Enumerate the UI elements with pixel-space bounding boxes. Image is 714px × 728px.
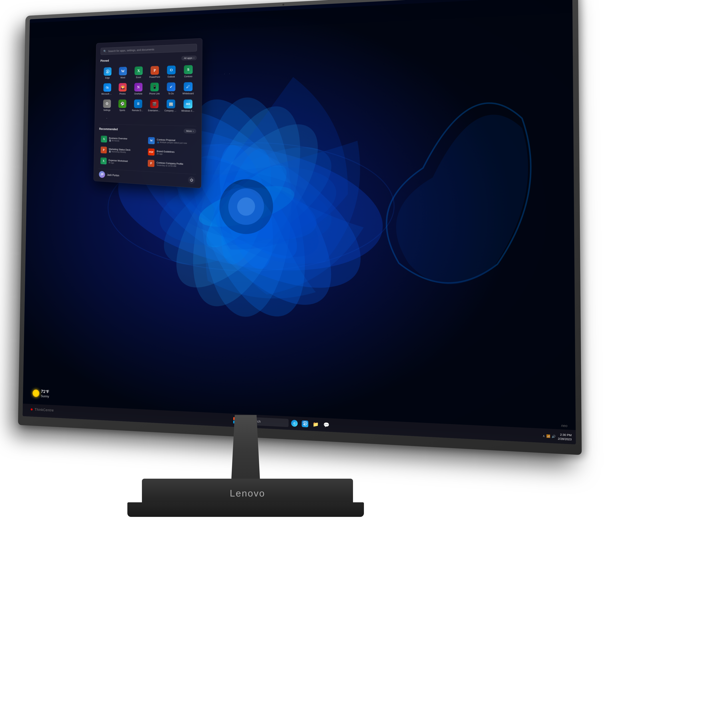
rec-contoso-proposal[interactable]: W Contoso Proposal 👥 Multiple people edi… bbox=[146, 134, 195, 144]
start-search-bar[interactable]: 🔍 Search for apps, settings, and documen… bbox=[100, 44, 196, 55]
user-bar: JP Jack Purton ⏻ bbox=[99, 168, 195, 180]
app-whiteboard[interactable]: 🖊 Whiteboard bbox=[179, 80, 196, 95]
app-settings-label: Settings bbox=[104, 108, 111, 111]
word-icon: W bbox=[119, 67, 127, 75]
rec-marketing-meta: 📄 Marketing Weekly bbox=[109, 150, 144, 152]
remotedesktop-icon: 🖥 bbox=[135, 99, 142, 107]
tray-chevron-icon[interactable]: ∧ bbox=[543, 434, 545, 438]
all-apps-arrow: › bbox=[193, 56, 194, 59]
camera bbox=[282, 4, 284, 6]
app-excel[interactable]: X Excel bbox=[131, 64, 147, 80]
phonelink-icon: 📱 bbox=[150, 82, 159, 91]
rec-contoso-text: Contoso Proposal 👥 Multiple people edite… bbox=[157, 137, 193, 142]
rec-ppt-icon-1: P bbox=[101, 146, 107, 153]
app-outlook-label: Outlook bbox=[167, 75, 175, 78]
whiteboard-icon: 🖊 bbox=[183, 81, 192, 90]
all-apps-button[interactable]: All apps › bbox=[181, 56, 196, 60]
screen-bezel: 71°F Sunny 🔍 Search for apps, settings, … bbox=[22, 0, 576, 444]
monitor-body: 71°F Sunny 🔍 Search for apps, settings, … bbox=[18, 0, 582, 455]
rec-marketing-text: Marketing Status Deck 📄 Marketing Weekly bbox=[109, 147, 144, 153]
search-placeholder: Search for apps, settings, and documents bbox=[108, 48, 154, 53]
taskbar-fileexplorer[interactable]: 📁 bbox=[311, 419, 320, 429]
app-entertainment[interactable]: 🎬 Entertainment bbox=[147, 97, 162, 112]
clock[interactable]: 2:30 PM 2/28/2023 bbox=[558, 432, 572, 441]
rec-contoso-profile-text: Contoso Company Profile Yesterday at 10:… bbox=[157, 159, 193, 164]
lenovo-dot bbox=[31, 408, 33, 410]
app-edge[interactable]: Edge bbox=[100, 65, 116, 81]
app-msstore-label: Microsoft Store bbox=[102, 93, 113, 95]
msstore-icon: 🛍 bbox=[104, 83, 111, 92]
app-photos-label: Photos bbox=[120, 92, 126, 95]
user-info[interactable]: JP Jack Purton bbox=[99, 170, 120, 177]
app-phonelink[interactable]: 📱 Phone Link bbox=[147, 80, 163, 96]
photos-icon: 🌄 bbox=[119, 83, 127, 92]
app-onenote-label: OneNote bbox=[135, 92, 143, 95]
user-avatar: JP bbox=[99, 170, 105, 177]
tray-wifi-icon: 📶 bbox=[546, 434, 550, 438]
weather-condition: Sunny bbox=[41, 394, 49, 398]
app-onenote[interactable]: N OneNote bbox=[131, 81, 147, 96]
tray-icons: ∧ 📶 🔊 bbox=[543, 434, 556, 438]
app-remotedesktop-label: Remote Desktop bbox=[132, 108, 144, 111]
taskbar-edge[interactable] bbox=[300, 419, 310, 429]
app-todo-label: To Do bbox=[168, 92, 174, 94]
rec-expense-worksheet[interactable]: X Expense Worksheet 4h ago bbox=[99, 155, 146, 166]
weather-widget: 71°F Sunny bbox=[33, 388, 49, 398]
user-name: Jack Purton bbox=[108, 173, 120, 176]
clock-date: 2/28/2023 bbox=[558, 437, 572, 441]
user-initials: JP bbox=[101, 172, 104, 175]
powerpoint-icon: P bbox=[151, 66, 159, 74]
app-contoso-label: Contoso bbox=[184, 74, 192, 77]
pinned-section-header: Pinned All apps › bbox=[100, 56, 196, 63]
app-word[interactable]: W Word bbox=[116, 65, 131, 80]
more-button[interactable]: More › bbox=[183, 126, 195, 131]
power-icon: ⏻ bbox=[189, 174, 192, 178]
all-apps-label: All apps bbox=[183, 56, 192, 59]
taskbar-cortana[interactable]: C bbox=[290, 418, 299, 428]
rec-word-icon-1: W bbox=[148, 135, 155, 142]
rec-business-meta: 📄 All Hands bbox=[110, 139, 144, 141]
rec-business-overview[interactable]: X Business Overview 📄 All Hands bbox=[99, 134, 146, 144]
companyportal-icon: 🏢 bbox=[166, 98, 175, 107]
stand-foot bbox=[128, 502, 364, 517]
onenote-icon: N bbox=[135, 83, 143, 91]
app-powerpoint[interactable]: P PowerPoint bbox=[147, 64, 163, 80]
search-icon: 🔍 bbox=[104, 50, 106, 53]
recommended-label: Recommended bbox=[99, 127, 118, 130]
app-contoso[interactable]: S Contoso bbox=[179, 63, 196, 79]
app-settings[interactable]: ⚙ Settings bbox=[100, 98, 115, 113]
edge-icon bbox=[104, 67, 112, 76]
rec-brand-text: Brand Guidelines 2h ago bbox=[157, 148, 193, 153]
app-remotedesktop[interactable]: 🖥 Remote Desktop bbox=[130, 97, 146, 112]
app-word-label: Word bbox=[121, 76, 126, 79]
rec-contoso-profile[interactable]: P Contoso Company Profile Yesterday at 1… bbox=[146, 156, 195, 167]
rec-brand-guidelines[interactable]: PDF Brand Guidelines 2h ago bbox=[146, 145, 195, 156]
taskbar-teams[interactable]: 💬 bbox=[321, 420, 331, 430]
app-outlook[interactable]: O Outlook bbox=[163, 63, 179, 79]
pinned-label: Pinned bbox=[100, 59, 110, 62]
rec-marketing-status[interactable]: P Marketing Status Deck 📄 Marketing Week… bbox=[99, 144, 146, 155]
rec-expense-text: Expense Worksheet 4h ago bbox=[109, 158, 143, 164]
app-windows365[interactable]: 365 Windows 365 bbox=[179, 96, 196, 112]
windows365-icon: 365 bbox=[183, 98, 192, 107]
app-msstore[interactable]: 🛍 Microsoft Store bbox=[100, 81, 115, 97]
power-button[interactable]: ⏻ bbox=[187, 173, 194, 179]
app-companyportal[interactable]: 🏢 Company Portal bbox=[163, 96, 179, 112]
app-photos[interactable]: 🌄 Photos bbox=[116, 81, 131, 96]
rec-contoso-meta: 👥 Multiple people edited just now bbox=[157, 139, 193, 142]
pinned-apps-grid: Edge W Word X Excel bbox=[99, 63, 196, 120]
rec-pdf-icon-1: PDF bbox=[148, 147, 155, 153]
app-companyportal-label: Company Portal bbox=[165, 108, 177, 111]
more-arrow: › bbox=[192, 128, 193, 130]
app-sports[interactable]: ⚽ Sports bbox=[115, 97, 130, 113]
weather-temp: 71°F bbox=[41, 389, 49, 395]
neo-label: neo bbox=[561, 424, 567, 428]
outlook-icon: O bbox=[167, 65, 175, 74]
excel-icon: X bbox=[135, 66, 143, 75]
rec-ppt-icon-2: P bbox=[148, 158, 154, 165]
cortana-icon: C bbox=[291, 420, 298, 427]
app-todo[interactable]: ✔ To Do bbox=[163, 80, 179, 96]
teams-icon: 💬 bbox=[323, 422, 329, 428]
rec-expense-meta: 4h ago bbox=[109, 161, 143, 163]
recommended-grid: X Business Overview 📄 All Hands W Contos… bbox=[99, 134, 195, 167]
